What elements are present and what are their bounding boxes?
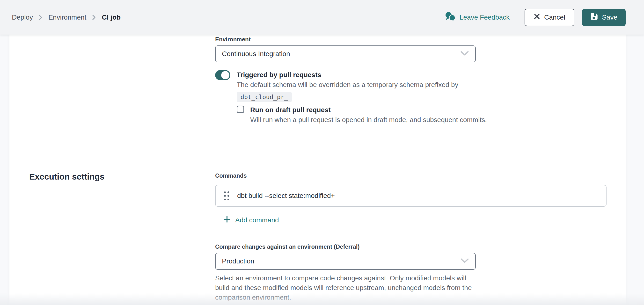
breadcrumb: Deploy Environment CI job [12, 14, 121, 21]
draft-pr-row: Run on draft pull request Will run when … [237, 106, 487, 124]
environment-field-label: Environment [215, 36, 251, 43]
add-command-label: Add command [235, 216, 279, 224]
execution-settings-heading: Execution settings [29, 172, 104, 182]
draft-pr-text-block: Run on draft pull request Will run when … [250, 106, 487, 124]
drag-handle-icon[interactable] [224, 192, 229, 200]
save-icon [590, 12, 598, 22]
deferral-label: Compare changes against an environment (… [215, 243, 360, 250]
draft-pr-checkbox[interactable] [237, 106, 244, 113]
chevron-down-icon [460, 258, 469, 265]
chevron-right-icon [39, 14, 42, 21]
triggered-by-pr-toggle[interactable] [215, 70, 230, 80]
deferral-select-value: Production [222, 258, 460, 265]
cancel-label: Cancel [544, 14, 565, 21]
environment-select-value: Continuous Integration [222, 50, 460, 58]
toggle-knob [221, 71, 230, 79]
deferral-select[interactable]: Production [215, 253, 476, 270]
chevron-right-icon [92, 14, 96, 21]
save-label: Save [602, 14, 618, 21]
triggered-by-pr-description: The default schema will be overridden as… [237, 80, 478, 90]
cancel-button[interactable]: Cancel [524, 9, 574, 26]
leave-feedback-link[interactable]: Leave Feedback [445, 12, 510, 23]
header-bar: Deploy Environment CI job [0, 0, 644, 34]
settings-content-card: Environment Continuous Integration Trigg… [10, 34, 626, 305]
schema-prefix-code: dbt_cloud_pr_ [237, 92, 292, 102]
breadcrumb-environment[interactable]: Environment [48, 14, 86, 21]
breadcrumb-deploy[interactable]: Deploy [12, 14, 33, 21]
plus-icon [223, 215, 231, 225]
breadcrumb-ci-job: CI job [102, 14, 121, 21]
leave-feedback-label: Leave Feedback [460, 14, 510, 21]
close-icon [534, 13, 540, 21]
command-input[interactable]: dbt build --select state:modified+ [237, 192, 335, 200]
header-actions: Leave Feedback Cancel Save [445, 9, 626, 26]
feedback-icon [445, 12, 456, 23]
add-command-button[interactable]: Add command [223, 215, 279, 225]
section-divider [29, 147, 607, 147]
save-button[interactable]: Save [582, 9, 626, 26]
deferral-description: Select an environment to compare code ch… [215, 273, 473, 302]
draft-pr-description: Will run when a pull request is opened i… [250, 115, 487, 124]
draft-pr-label: Run on draft pull request [250, 106, 487, 114]
triggered-by-pr-label: Triggered by pull requests [237, 70, 478, 79]
command-row: dbt build --select state:modified+ [215, 185, 606, 207]
triggered-by-pr-block: Triggered by pull requests The default s… [237, 70, 478, 102]
chevron-down-icon [460, 50, 469, 58]
commands-label: Commands [215, 172, 247, 179]
environment-select[interactable]: Continuous Integration [215, 46, 476, 62]
